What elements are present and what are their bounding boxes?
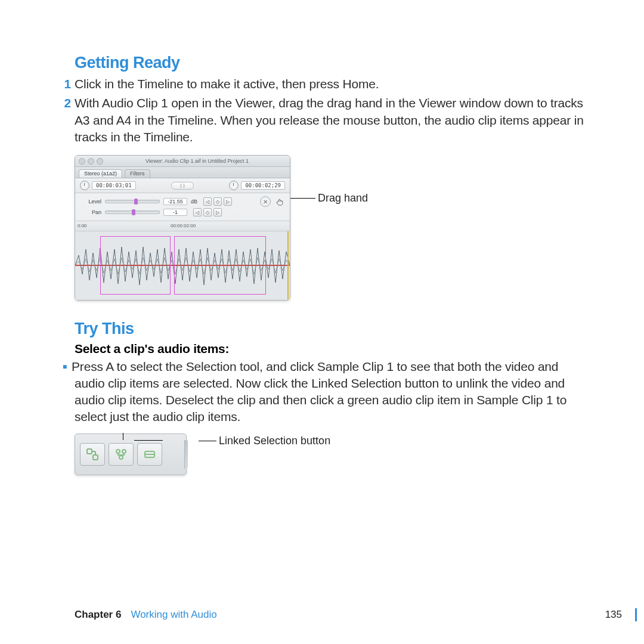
page-footer: Chapter 6 Working with Audio 135 xyxy=(75,608,637,621)
window-title: Viewer: Audio Clip 1.aif in Untitled Pro… xyxy=(108,158,286,164)
pan-label: Pan xyxy=(80,209,101,215)
level-value[interactable]: -21.55 xyxy=(163,198,187,205)
timeline-toolbar xyxy=(75,434,187,475)
clock-icon xyxy=(229,181,239,190)
ruler-mark: 0:00 xyxy=(78,223,87,228)
timecode-bar: 00:00:03;01 ⟨ ⟩ 00:00:02;29 xyxy=(75,178,290,193)
tab-stereo[interactable]: Stereo (a1a2) xyxy=(79,169,122,178)
timecode-left[interactable]: 00:00:03;01 xyxy=(92,181,136,190)
bullet-text: Press A to select the Selection tool, an… xyxy=(72,360,566,423)
next-keyframe-icon[interactable]: ▷ xyxy=(224,197,232,206)
figure-viewer: Viewer: Audio Clip 1.aif in Untitled Pro… xyxy=(75,155,584,301)
svg-rect-2 xyxy=(87,449,92,454)
next-keyframe-icon[interactable]: ▷ xyxy=(213,208,222,216)
bullet-icon: ■ xyxy=(63,363,67,372)
step-number: 2 xyxy=(61,95,71,112)
waveform[interactable] xyxy=(75,231,290,300)
pan-value[interactable]: -1 xyxy=(163,209,187,216)
playhead[interactable] xyxy=(287,231,289,300)
step-text: With Audio Clip 1 open in the Viewer, dr… xyxy=(75,96,584,144)
zoom-control[interactable]: ⟨ ⟩ xyxy=(171,182,194,190)
pan-slider[interactable] xyxy=(105,210,160,214)
add-keyframe-icon[interactable]: ◇ xyxy=(213,197,222,206)
level-label: Level xyxy=(80,199,101,205)
ruler-mark: 00:00:02:00 xyxy=(171,223,196,228)
svg-point-4 xyxy=(116,450,120,453)
timecode-right[interactable]: 00:00:02;29 xyxy=(241,181,285,190)
callout-leader xyxy=(123,433,123,440)
bullet-item: ■Press A to select the Selection tool, a… xyxy=(75,358,584,425)
prev-keyframe-icon[interactable]: ◁ xyxy=(193,208,202,216)
step-2: 2With Audio Clip 1 open in the Viewer, d… xyxy=(75,95,584,145)
svg-point-5 xyxy=(122,450,126,453)
prev-keyframe-icon[interactable]: ◁ xyxy=(203,197,212,206)
close-icon[interactable] xyxy=(79,158,85,165)
level-slider[interactable] xyxy=(105,200,160,203)
toolbar-button[interactable] xyxy=(109,443,134,466)
level-unit: dB xyxy=(191,199,197,205)
page-number: 135 xyxy=(605,609,622,621)
linked-selection-button[interactable] xyxy=(80,443,105,466)
clock-icon xyxy=(80,181,89,190)
minimize-icon[interactable] xyxy=(88,158,94,165)
step-1: 1Click in the Timeline to make it active… xyxy=(75,76,584,92)
getting-ready-steps: 1Click in the Timeline to make it active… xyxy=(75,76,584,145)
drag-hand-icon[interactable] xyxy=(274,197,285,206)
heading-getting-ready: Getting Ready xyxy=(75,54,584,72)
try-this-bullets: ■Press A to select the Selection tool, a… xyxy=(75,358,584,425)
chapter-title: Working with Audio xyxy=(131,609,216,621)
titlebar: Viewer: Audio Clip 1.aif in Untitled Pro… xyxy=(75,156,290,167)
page-accent-bar xyxy=(635,608,637,621)
heading-try-this: Try This xyxy=(75,320,584,338)
reset-icon[interactable]: ✕ xyxy=(260,196,271,207)
viewer-tabs: Stereo (a1a2) Filters xyxy=(75,167,290,178)
chapter-label: Chapter 6 xyxy=(75,609,121,621)
time-ruler[interactable]: 0:00 00:00:02:00 xyxy=(75,221,290,231)
svg-rect-3 xyxy=(93,455,98,460)
figure-toolbar: Linked Selection button xyxy=(75,434,584,475)
window-controls xyxy=(79,158,103,165)
callout-label: Drag hand xyxy=(318,192,368,205)
viewer-window: Viewer: Audio Clip 1.aif in Untitled Pro… xyxy=(75,155,290,301)
audio-params: Level -21.55 dB ◁ ◇ ▷ ✕ Pan xyxy=(75,193,290,221)
zoom-icon[interactable] xyxy=(97,158,103,165)
toolbar-button[interactable] xyxy=(137,443,162,466)
subheading: Select a clip's audio items: xyxy=(75,342,584,356)
callout-label: Linked Selection button xyxy=(219,435,330,447)
callout-drag-hand: Drag hand xyxy=(290,192,368,205)
tab-filters[interactable]: Filters xyxy=(125,169,150,178)
add-keyframe-icon[interactable]: ◇ xyxy=(203,208,212,216)
step-text: Click in the Timeline to make it active,… xyxy=(75,77,379,91)
step-number: 1 xyxy=(61,76,71,92)
svg-point-6 xyxy=(119,456,123,459)
